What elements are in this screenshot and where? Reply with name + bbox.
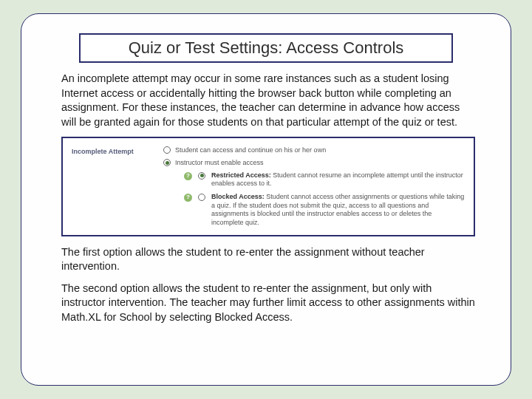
incomplete-attempt-panel: Incomplete Attempt Student can access an… [61, 137, 475, 236]
content-area: An incomplete attempt may occur in some … [61, 72, 475, 366]
radio-icon[interactable] [198, 172, 205, 180]
radio-icon[interactable] [163, 159, 171, 166]
option-2-text: Instructor must enable access [175, 158, 264, 167]
first-option-paragraph: The first option allows the student to r… [61, 245, 475, 274]
blocked-access-text: Blocked Access: Student cannot access ot… [211, 193, 465, 228]
sub-options: ? Restricted Access: Student cannot resu… [184, 171, 465, 228]
restricted-bold: Restricted Access: [211, 171, 271, 179]
restricted-access-text: Restricted Access: Student cannot resume… [211, 171, 465, 188]
blocked-access-row: ? Blocked Access: Student cannot access … [184, 193, 465, 228]
option-1-row: Student can access and continue on his o… [163, 146, 465, 154]
blocked-bold: Blocked Access: [211, 193, 265, 200]
restricted-access-row: ? Restricted Access: Student cannot resu… [184, 171, 465, 188]
options-column: Student can access and continue on his o… [163, 146, 465, 227]
help-icon[interactable]: ? [184, 172, 192, 180]
second-option-paragraph: The second option allows the student to … [61, 282, 475, 325]
radio-icon[interactable] [198, 194, 205, 201]
option-2-row: Instructor must enable access [163, 158, 465, 167]
help-icon[interactable]: ? [184, 194, 192, 202]
option-1-text: Student can access and continue on his o… [175, 146, 326, 154]
page-title: Quiz or Test Settings: Access Controls [79, 33, 453, 63]
title-text: Quiz or Test Settings: Access Controls [129, 38, 404, 58]
intro-paragraph: An incomplete attempt may occur in some … [61, 72, 475, 129]
setting-label: Incomplete Attempt [72, 146, 153, 227]
slide-frame: Quiz or Test Settings: Access Controls A… [21, 13, 511, 386]
radio-icon[interactable] [163, 146, 171, 154]
